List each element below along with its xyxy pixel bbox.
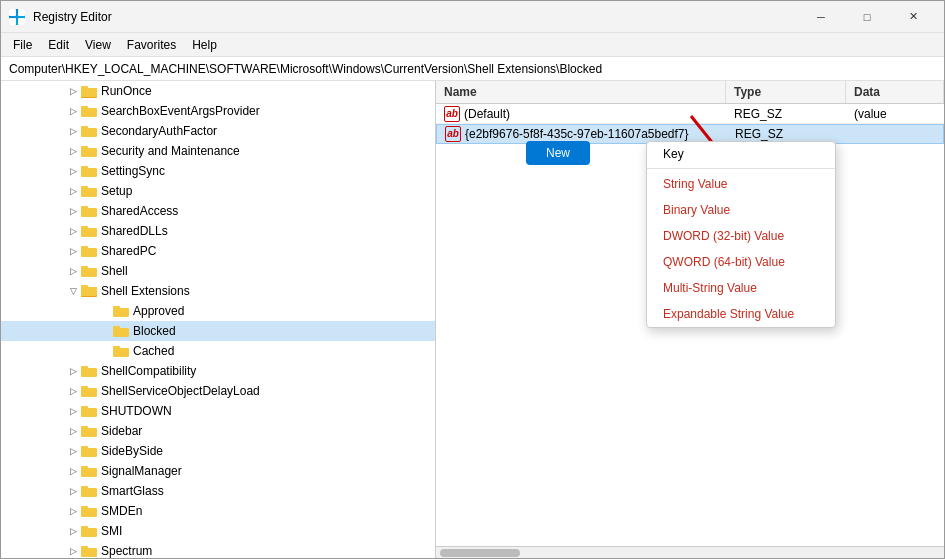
tree-item-smartglass[interactable]: ▷ SmartGlass bbox=[1, 481, 435, 501]
context-menu-item-string[interactable]: String Value bbox=[647, 171, 835, 197]
expander-smi[interactable]: ▷ bbox=[65, 523, 81, 539]
expander-setup[interactable]: ▷ bbox=[65, 183, 81, 199]
tree-item-setup[interactable]: ▷ Setup bbox=[1, 181, 435, 201]
folder-icon bbox=[81, 144, 97, 158]
tree-item-settingsync[interactable]: ▷ SettingSync bbox=[1, 161, 435, 181]
svg-rect-29 bbox=[113, 346, 120, 350]
menu-file[interactable]: File bbox=[5, 36, 40, 54]
context-menu-item-qword[interactable]: QWORD (64-bit) Value bbox=[647, 249, 835, 275]
context-menu-item-expandable[interactable]: Expandable String Value bbox=[647, 301, 835, 327]
tree-label: Blocked bbox=[133, 324, 176, 338]
expander-approved[interactable] bbox=[97, 303, 113, 319]
tree-label: Approved bbox=[133, 304, 184, 318]
tree-item-shell[interactable]: ▷ Shell bbox=[1, 261, 435, 281]
scrollbar-thumb[interactable] bbox=[440, 549, 520, 557]
folder-icon bbox=[113, 324, 129, 338]
col-header-name: Name bbox=[436, 81, 726, 103]
svg-rect-12 bbox=[81, 186, 88, 190]
context-menu-item-key[interactable]: Key bbox=[647, 142, 835, 166]
tree-item-smden[interactable]: ▷ SMDEn bbox=[1, 501, 435, 521]
menu-favorites[interactable]: Favorites bbox=[119, 36, 184, 54]
expander-shell[interactable]: ▷ bbox=[65, 263, 81, 279]
tree-item-blocked[interactable]: Blocked bbox=[1, 321, 435, 341]
svg-rect-2 bbox=[81, 88, 97, 97]
tree-item-sharedaccess[interactable]: ▷ SharedAccess bbox=[1, 201, 435, 221]
tree-item-sidebar[interactable]: ▷ Sidebar bbox=[1, 421, 435, 441]
svg-rect-14 bbox=[81, 206, 88, 210]
expander-shellcompat[interactable]: ▷ bbox=[65, 363, 81, 379]
expander-signalmanager[interactable]: ▷ bbox=[65, 463, 81, 479]
folder-icon bbox=[81, 404, 97, 418]
col-header-data: Data bbox=[846, 81, 944, 103]
expander-sidebyside[interactable]: ▷ bbox=[65, 443, 81, 459]
window-title: Registry Editor bbox=[33, 10, 798, 24]
expander-secondaryauth[interactable]: ▷ bbox=[65, 123, 81, 139]
expander-security[interactable]: ▷ bbox=[65, 143, 81, 159]
tree-label: Cached bbox=[133, 344, 174, 358]
right-panel: Name Type Data ab (Default) REG_SZ (valu… bbox=[436, 81, 944, 558]
context-menu-item-binary[interactable]: Binary Value bbox=[647, 197, 835, 223]
minimize-button[interactable]: ─ bbox=[798, 1, 844, 33]
maximize-button[interactable]: □ bbox=[844, 1, 890, 33]
tree-item-shutdown[interactable]: ▷ SHUTDOWN bbox=[1, 401, 435, 421]
expander-runonce[interactable]: ▷ bbox=[65, 83, 81, 99]
tree-item-smi[interactable]: ▷ SMI bbox=[1, 521, 435, 541]
folder-icon bbox=[81, 524, 97, 538]
tree-item-sidebyside[interactable]: ▷ SideBySide bbox=[1, 441, 435, 461]
expander-searchbox[interactable]: ▷ bbox=[65, 103, 81, 119]
expander-smartglass[interactable]: ▷ bbox=[65, 483, 81, 499]
menu-help[interactable]: Help bbox=[184, 36, 225, 54]
tree-label: Shell Extensions bbox=[101, 284, 190, 298]
tree-item-searchbox[interactable]: ▷ SearchBoxEventArgsProvider bbox=[1, 101, 435, 121]
expander-shellservice[interactable]: ▷ bbox=[65, 383, 81, 399]
context-menu-item-multistring[interactable]: Multi-String Value bbox=[647, 275, 835, 301]
expander-cached[interactable] bbox=[97, 343, 113, 359]
tree-item-signalmanager[interactable]: ▷ SignalManager bbox=[1, 461, 435, 481]
context-menu-item-dword[interactable]: DWORD (32-bit) Value bbox=[647, 223, 835, 249]
expander-smden[interactable]: ▷ bbox=[65, 503, 81, 519]
expander-sharedaccess[interactable]: ▷ bbox=[65, 203, 81, 219]
tree-item-secondaryauth[interactable]: ▷ SecondaryAuthFactor bbox=[1, 121, 435, 141]
folder-icon-open bbox=[81, 284, 97, 298]
folder-icon bbox=[81, 364, 97, 378]
tree-label: SharedPC bbox=[101, 244, 156, 258]
expander-sidebar[interactable]: ▷ bbox=[65, 423, 81, 439]
tree-item-shareddlls[interactable]: ▷ SharedDLLs bbox=[1, 221, 435, 241]
tree-item-shellext[interactable]: ▽ Shell Extensions bbox=[1, 281, 435, 301]
table-row[interactable]: ab (Default) REG_SZ (value bbox=[436, 104, 944, 124]
expander-spectrum[interactable]: ▷ bbox=[65, 543, 81, 558]
tree-item-spectrum[interactable]: ▷ Spectrum bbox=[1, 541, 435, 558]
expander-sharedpc[interactable]: ▷ bbox=[65, 243, 81, 259]
col-header-type: Type bbox=[726, 81, 846, 103]
tree-item-cached[interactable]: Cached bbox=[1, 341, 435, 361]
expander-shellext[interactable]: ▽ bbox=[65, 283, 81, 299]
svg-rect-31 bbox=[81, 366, 88, 370]
address-path[interactable]: Computer\HKEY_LOCAL_MACHINE\SOFTWARE\Mic… bbox=[9, 62, 602, 76]
expander-shareddlls[interactable]: ▷ bbox=[65, 223, 81, 239]
tree-item-shellcompat[interactable]: ▷ ShellCompatibility bbox=[1, 361, 435, 381]
tree-label: SharedDLLs bbox=[101, 224, 168, 238]
close-button[interactable]: ✕ bbox=[890, 1, 936, 33]
tree-item-shellservice[interactable]: ▷ ShellServiceObjectDelayLoad bbox=[1, 381, 435, 401]
tree-item-security[interactable]: ▷ Security and Maintenance bbox=[1, 141, 435, 161]
expander-blocked[interactable] bbox=[97, 323, 113, 339]
tree-item-sharedpc[interactable]: ▷ SharedPC bbox=[1, 241, 435, 261]
expander-settingsync[interactable]: ▷ bbox=[65, 163, 81, 179]
tree-item-runonce[interactable]: ▷ RunOnce bbox=[1, 81, 435, 101]
tree-item-approved[interactable]: Approved bbox=[1, 301, 435, 321]
tree-label: Setup bbox=[101, 184, 132, 198]
svg-rect-4 bbox=[81, 106, 88, 110]
tree-label: ShellCompatibility bbox=[101, 364, 196, 378]
menu-view[interactable]: View bbox=[77, 36, 119, 54]
horizontal-scrollbar[interactable] bbox=[436, 546, 944, 558]
windows-logo bbox=[9, 9, 25, 25]
new-button[interactable]: New bbox=[526, 141, 590, 165]
folder-icon bbox=[81, 204, 97, 218]
svg-rect-45 bbox=[81, 506, 88, 510]
tree-panel[interactable]: ▷ RunOnce ▷ bbox=[1, 81, 436, 558]
main-content: ▷ RunOnce ▷ bbox=[1, 81, 944, 558]
menu-edit[interactable]: Edit bbox=[40, 36, 77, 54]
expander-shutdown[interactable]: ▷ bbox=[65, 403, 81, 419]
svg-rect-16 bbox=[81, 226, 88, 230]
app-icon bbox=[9, 9, 25, 25]
